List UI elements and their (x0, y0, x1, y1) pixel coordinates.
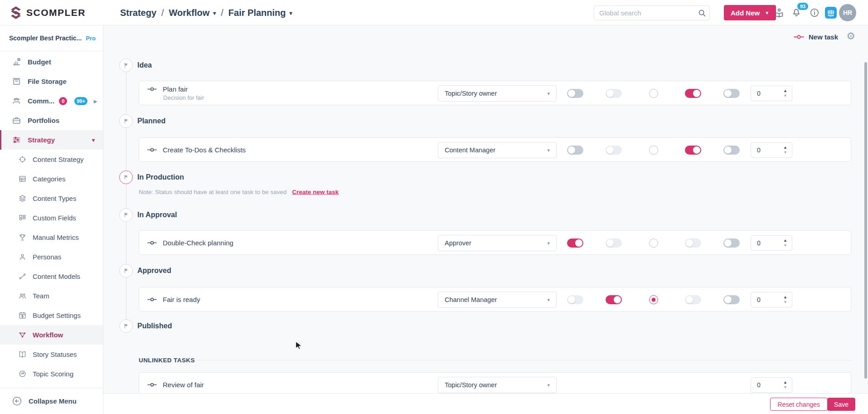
app-logo[interactable]: SCOMPLER (10, 0, 86, 25)
sidebar-item-label: Content Strategy (33, 156, 84, 163)
sidebar: Scompler Best Practic... Pro BudgetFile … (0, 25, 103, 414)
task-toggle[interactable] (723, 146, 740, 155)
sidebar-item-team[interactable]: Team (0, 286, 103, 306)
sidebar-item-community[interactable]: Comm...099+▸ (0, 91, 103, 111)
reset-changes-button[interactable]: Reset changes (770, 398, 828, 411)
sidebar-item-strategy[interactable]: Strategy▾ (0, 130, 103, 150)
sidebar-item-content-types[interactable]: Content Types (0, 189, 103, 208)
status-flag-approved[interactable] (119, 264, 133, 278)
breadcrumb-fair-planning[interactable]: Fair Planning ▾ (228, 8, 292, 18)
assignee-select[interactable]: Approver▾ (438, 235, 557, 251)
task-count-input[interactable]: 0▲▼ (751, 142, 792, 158)
task-toggle[interactable] (685, 295, 701, 304)
sidebar-item-manual-metrics[interactable]: Manual Metrics (0, 228, 103, 247)
vertical-scrollbar[interactable] (864, 62, 867, 379)
community-icon (12, 96, 21, 106)
task-count-input[interactable]: 0▲▼ (751, 235, 792, 251)
spinner-up-icon[interactable]: ▲ (783, 146, 787, 150)
assignee-select[interactable]: Topic/Story owner▾ (438, 85, 557, 102)
sidebar-item-categories[interactable]: Categories (0, 169, 103, 189)
task-toggle[interactable] (723, 89, 740, 98)
intercom-chat-icon[interactable] (825, 7, 837, 19)
sidebar-item-content-strategy[interactable]: Content Strategy (0, 150, 103, 169)
status-flag-in-approval[interactable] (119, 208, 133, 222)
spinner-down-icon[interactable]: ▼ (783, 151, 787, 155)
save-button[interactable]: Save (827, 398, 855, 411)
spinner-up-icon[interactable]: ▲ (783, 380, 787, 385)
avatar[interactable]: HR (839, 4, 856, 21)
task-toggle[interactable] (567, 146, 583, 155)
sidebar-item-story-statuses[interactable]: Story Statuses (0, 345, 103, 364)
task-commit-icon (147, 382, 157, 387)
toggle-knob (686, 239, 693, 247)
status-flag-in-production[interactable] (119, 170, 133, 184)
task-radio[interactable] (649, 295, 658, 304)
task-toggle[interactable] (567, 239, 583, 248)
spinner-up-icon[interactable]: ▲ (783, 89, 787, 93)
task-radio[interactable] (649, 146, 658, 155)
chevron-right-icon: ▸ (94, 97, 97, 105)
task-toggle[interactable] (723, 295, 740, 304)
task-toggle[interactable] (685, 239, 701, 248)
spinner-down-icon[interactable]: ▼ (783, 244, 787, 248)
gear-icon[interactable]: ⚙ (846, 31, 855, 41)
task-toggle[interactable] (567, 89, 583, 98)
guide-book-icon[interactable] (773, 7, 785, 19)
task-count-input[interactable]: 0▲▼ (751, 377, 792, 393)
task-toggle[interactable] (606, 89, 622, 98)
sidebar-item-portfolios[interactable]: Portfolios (0, 111, 103, 130)
org-name: Scompler Best Practic... (9, 34, 82, 42)
sidebar-item-label: Strategy (28, 136, 55, 144)
task-toggle[interactable] (723, 239, 740, 248)
sidebar-item-budget[interactable]: Budget (0, 52, 103, 72)
task-count-input[interactable]: 0▲▼ (751, 292, 792, 307)
status-flag-planned[interactable] (119, 114, 133, 128)
add-new-button[interactable]: Add New ▼ (724, 5, 776, 20)
sidebar-item-label: File Storage (28, 78, 67, 85)
search-input[interactable] (594, 9, 694, 17)
new-task-button[interactable]: New task (794, 33, 838, 41)
task-radio[interactable] (649, 89, 658, 98)
assignee-select[interactable]: Channel Manager▾ (438, 292, 557, 308)
sidebar-item-file-storage[interactable]: File Storage (0, 72, 103, 91)
notification-badge[interactable]: 93 (796, 2, 809, 11)
sidebar-item-topic-scoring[interactable]: Topic Scoring (0, 364, 103, 384)
status-name-published: Published (137, 322, 172, 330)
breadcrumb-workflow[interactable]: Workflow ▾ (169, 8, 216, 18)
spinner-up-icon[interactable]: ▲ (783, 295, 787, 299)
task-count-input[interactable]: 0▲▼ (751, 86, 792, 101)
toggle-knob (606, 90, 614, 97)
task-commit-icon (794, 34, 804, 40)
sidebar-item-workflow[interactable]: Workflow (0, 325, 103, 345)
breadcrumb-label: Workflow (169, 8, 210, 18)
spinner-down-icon[interactable]: ▼ (783, 300, 787, 304)
team-icon (18, 292, 27, 300)
assignee-select[interactable]: Topic/Story owner▾ (438, 377, 557, 393)
status-flag-idea[interactable] (119, 58, 133, 72)
breadcrumb-strategy[interactable]: Strategy (120, 8, 156, 18)
task-title: Fair is ready (163, 296, 200, 303)
task-toggle[interactable] (685, 89, 701, 98)
task-toggle[interactable] (567, 295, 583, 304)
breadcrumb-separator: / (221, 8, 223, 18)
status-flag-published[interactable] (119, 319, 133, 333)
sidebar-item-custom-fields[interactable]: Custom Fields (0, 208, 103, 228)
sidebar-item-label: Custom Fields (33, 214, 76, 222)
sidebar-item-content-models[interactable]: Content Models (0, 267, 103, 286)
task-toggle[interactable] (685, 146, 701, 155)
org-switcher[interactable]: Scompler Best Practic... Pro (0, 25, 103, 51)
task-toggle[interactable] (606, 239, 622, 248)
task-toggle[interactable] (606, 146, 622, 155)
collapse-menu-button[interactable]: Collapse Menu (0, 388, 103, 414)
spinner-up-icon[interactable]: ▲ (783, 239, 787, 243)
info-icon[interactable] (809, 7, 820, 19)
search-icon[interactable] (694, 6, 709, 20)
create-new-task-link[interactable]: Create new task (292, 189, 339, 195)
spinner-down-icon[interactable]: ▼ (783, 385, 787, 390)
task-toggle[interactable] (606, 295, 622, 304)
spinner-down-icon[interactable]: ▼ (783, 94, 787, 98)
sidebar-item-budget-settings[interactable]: Budget Settings (0, 306, 103, 325)
assignee-select[interactable]: Content Manager▾ (438, 142, 557, 158)
sidebar-item-personas[interactable]: Personas (0, 247, 103, 267)
task-radio[interactable] (649, 239, 658, 248)
